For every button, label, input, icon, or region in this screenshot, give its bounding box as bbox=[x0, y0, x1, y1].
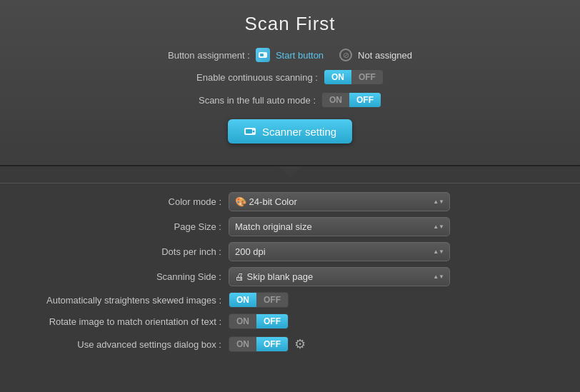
full-auto-controls: ON OFF bbox=[321, 92, 381, 108]
color-mode-row: Color mode : 🎨 24-bit Color Grayscale Bl… bbox=[29, 192, 551, 211]
color-mode-select-wrapper: 🎨 24-bit Color Grayscale Black and White bbox=[229, 192, 450, 211]
full-auto-off[interactable]: OFF bbox=[349, 93, 381, 107]
advanced-settings-control: ON OFF ⚙ bbox=[229, 335, 551, 353]
auto-straighten-on[interactable]: ON bbox=[229, 293, 256, 307]
not-assigned-option[interactable]: ⊘ Not assigned bbox=[339, 49, 412, 61]
color-mode-label: Color mode : bbox=[29, 196, 229, 207]
page-size-row: Page Size : Match original size A4 Lette… bbox=[29, 217, 551, 236]
section-divider-triangle bbox=[279, 166, 301, 178]
bottom-section: Color mode : 🎨 24-bit Color Grayscale Bl… bbox=[0, 184, 580, 368]
continuous-scanning-toggle: ON OFF bbox=[324, 69, 384, 85]
scanning-side-select-wrapper: Simplex Duplex 🖨 Skip blank page bbox=[229, 267, 450, 286]
advanced-settings-label: Use advanced settings dialog box : bbox=[29, 339, 229, 350]
not-assigned-label: Not assigned bbox=[358, 50, 412, 61]
color-mode-select[interactable]: 🎨 24-bit Color Grayscale Black and White bbox=[229, 192, 450, 211]
svg-point-4 bbox=[252, 131, 254, 133]
dpi-select[interactable]: 100 dpi 150 dpi 200 dpi 300 dpi 400 dpi … bbox=[229, 242, 450, 261]
dpi-select-wrapper: 100 dpi 150 dpi 200 dpi 300 dpi 400 dpi … bbox=[229, 242, 450, 261]
scanner-setting-label: Scanner setting bbox=[262, 126, 336, 138]
auto-straighten-off[interactable]: OFF bbox=[256, 293, 288, 307]
page-title: Scan First bbox=[14, 13, 566, 35]
rotate-image-label: Rotate image to match orientation of tex… bbox=[29, 316, 229, 327]
scanner-setting-button[interactable]: Scanner setting bbox=[228, 119, 352, 144]
advanced-settings-on[interactable]: ON bbox=[229, 337, 256, 351]
advanced-settings-gear-button[interactable]: ⚙ bbox=[293, 335, 307, 353]
dpi-control: 100 dpi 150 dpi 200 dpi 300 dpi 400 dpi … bbox=[229, 242, 551, 261]
continuous-scanning-label: Enable continuous scanning : bbox=[196, 72, 318, 83]
page-size-select-wrapper: Match original size A4 Letter Legal bbox=[229, 217, 450, 236]
page-size-select[interactable]: Match original size A4 Letter Legal bbox=[229, 217, 450, 236]
auto-straighten-label: Automatically straightens skewed images … bbox=[29, 295, 229, 306]
button-assignment-label: Button assignment : bbox=[168, 50, 250, 61]
svg-rect-3 bbox=[246, 129, 252, 134]
full-auto-row: Scans in the full auto mode : ON OFF bbox=[14, 92, 566, 108]
full-auto-on[interactable]: ON bbox=[322, 93, 349, 107]
auto-straighten-toggle: ON OFF bbox=[229, 292, 289, 308]
auto-straighten-row: Automatically straightens skewed images … bbox=[29, 292, 551, 308]
continuous-scanning-off[interactable]: OFF bbox=[351, 70, 383, 84]
button-assignment-controls: Start button ⊘ Not assigned bbox=[256, 48, 412, 62]
full-auto-label: Scans in the full auto mode : bbox=[199, 95, 316, 106]
page-size-control: Match original size A4 Letter Legal bbox=[229, 217, 551, 236]
dpi-label: Dots per inch : bbox=[29, 246, 229, 257]
scanning-side-label: Scanning Side : bbox=[29, 271, 229, 282]
advanced-settings-toggle: ON OFF bbox=[229, 336, 289, 352]
rotate-image-row: Rotate image to match orientation of tex… bbox=[29, 313, 551, 329]
button-assignment-row: Button assignment : Start button ⊘ Not a… bbox=[14, 48, 566, 62]
start-button-label: Start button bbox=[276, 50, 324, 61]
start-button-icon bbox=[256, 48, 270, 62]
scanning-side-row: Scanning Side : Simplex Duplex 🖨 Skip bl… bbox=[29, 267, 551, 286]
rotate-image-off[interactable]: OFF bbox=[256, 314, 288, 328]
continuous-scanning-on[interactable]: ON bbox=[324, 70, 351, 84]
start-button-option[interactable]: Start button bbox=[256, 48, 324, 62]
scanner-setting-row: Scanner setting bbox=[14, 115, 566, 144]
rotate-image-on[interactable]: ON bbox=[229, 314, 256, 328]
auto-straighten-control: ON OFF bbox=[229, 292, 551, 308]
scanning-side-select[interactable]: Simplex Duplex 🖨 Skip blank page bbox=[229, 267, 450, 286]
page-size-label: Page Size : bbox=[29, 221, 229, 232]
gear-icon: ⚙ bbox=[294, 336, 306, 352]
continuous-scanning-row: Enable continuous scanning : ON OFF bbox=[14, 69, 566, 85]
rotate-image-toggle: ON OFF bbox=[229, 313, 289, 329]
top-section: Scan First Button assignment : Start but… bbox=[0, 0, 580, 166]
section-divider bbox=[0, 166, 580, 184]
scanning-side-control: Simplex Duplex 🖨 Skip blank page bbox=[229, 267, 551, 286]
full-auto-toggle: ON OFF bbox=[321, 92, 381, 108]
color-mode-control: 🎨 24-bit Color Grayscale Black and White bbox=[229, 192, 551, 211]
svg-rect-1 bbox=[260, 54, 264, 56]
advanced-settings-row: Use advanced settings dialog box : ON OF… bbox=[29, 335, 551, 353]
scanner-icon bbox=[244, 125, 256, 138]
continuous-scanning-controls: ON OFF bbox=[324, 69, 384, 85]
rotate-image-control: ON OFF bbox=[229, 313, 551, 329]
not-assigned-icon: ⊘ bbox=[339, 49, 352, 61]
advanced-settings-off[interactable]: OFF bbox=[256, 337, 288, 351]
dpi-row: Dots per inch : 100 dpi 150 dpi 200 dpi … bbox=[29, 242, 551, 261]
